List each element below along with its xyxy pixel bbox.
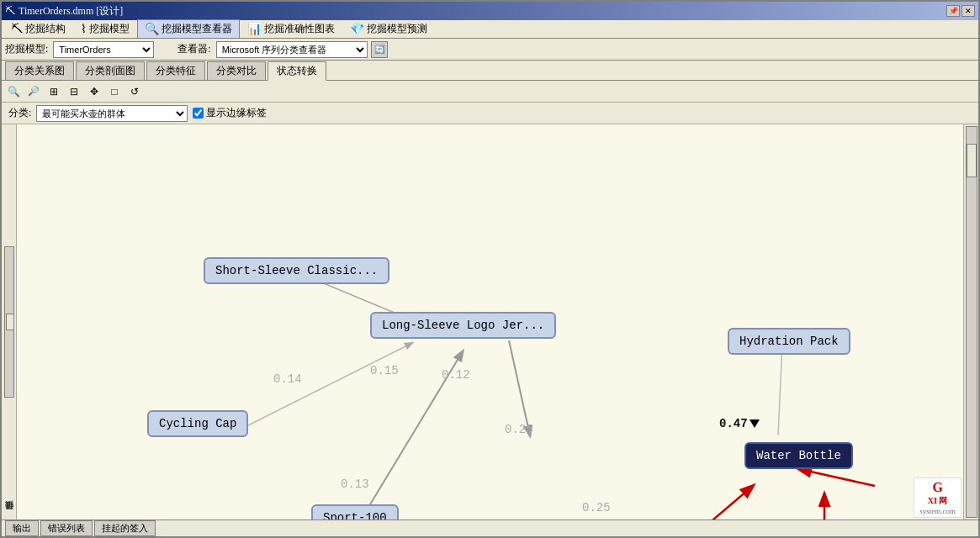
window-title: TimerOrders.dmm [设计] bbox=[19, 4, 123, 18]
tab-pending-ops[interactable]: 挂起的签入 bbox=[94, 520, 156, 536]
filter-bar: 分类: 最可能买水壶的群体 显示边缘标签 bbox=[2, 103, 978, 124]
mine-predict-icon: 💎 bbox=[350, 22, 364, 36]
watermark-g-icon: G bbox=[932, 480, 942, 495]
title-bar: ⛏ TimerOrders.dmm [设计] 📌 ✕ bbox=[2, 2, 978, 20]
svg-line-7 bbox=[778, 343, 782, 435]
title-bar-text: ⛏ TimerOrders.dmm [设计] bbox=[5, 4, 123, 18]
node-cycling-cap[interactable]: Cycling Cap bbox=[147, 410, 248, 437]
viewer-label: 查看器: bbox=[177, 42, 210, 56]
menu-bar: ⛏ 挖掘结构 ⌇ 挖掘模型 🔍 挖掘模型查看器 📊 挖掘准确性图表 💎 挖掘模型… bbox=[2, 20, 978, 39]
refresh-button[interactable]: 🔄 bbox=[371, 41, 388, 58]
pin-button[interactable]: 📌 bbox=[946, 5, 960, 17]
node-hydration-pack[interactable]: Hydration Pack bbox=[728, 328, 850, 355]
node-sport-100[interactable]: Sport-100 bbox=[311, 504, 399, 520]
svg-line-1 bbox=[509, 340, 530, 435]
bottom-tabs: 输出 错误列表 挂起的签入 bbox=[2, 520, 978, 536]
watermark-domain: system.com bbox=[919, 507, 956, 515]
strength-slider-track bbox=[4, 246, 14, 398]
left-panel: 所有链接 最强链接 bbox=[2, 124, 17, 520]
menu-mine-model-viewer[interactable]: 🔍 挖掘模型查看器 bbox=[137, 19, 240, 39]
triangle-down-icon bbox=[750, 419, 760, 428]
edge-label-0.12: 0.12 bbox=[442, 368, 470, 382]
tab-state-transition[interactable]: 状态转换 bbox=[268, 61, 326, 81]
mine-model-viewer-icon: 🔍 bbox=[145, 22, 159, 36]
menu-mine-predict[interactable]: 💎 挖掘模型预测 bbox=[342, 19, 435, 39]
scroll-thumb[interactable] bbox=[967, 144, 977, 177]
menu-mine-accuracy-label: 挖掘准确性图表 bbox=[264, 22, 335, 36]
node-water-bottle[interactable]: Water Bottle bbox=[744, 442, 853, 469]
tab-cluster-compare[interactable]: 分类对比 bbox=[207, 61, 266, 80]
model-select[interactable]: TimerOrders bbox=[53, 41, 154, 58]
svg-line-6 bbox=[799, 469, 875, 486]
main-window: ⛏ TimerOrders.dmm [设计] 📌 ✕ ⛏ 挖掘结构 ⌇ 挖掘模型… bbox=[0, 0, 980, 538]
menu-mine-predict-label: 挖掘模型预测 bbox=[367, 22, 427, 36]
edge-label-0.25a: 0.25 bbox=[505, 423, 533, 436]
mine-accuracy-icon: 📊 bbox=[247, 22, 262, 36]
canvas-area: 0.14 0.15 0.12 0.25 0.13 0.25 Short-Slee… bbox=[17, 124, 963, 520]
menu-mine-accuracy[interactable]: 📊 挖掘准确性图表 bbox=[240, 19, 342, 39]
nav-tabs: 分类关系图 分类剖面图 分类特征 分类对比 状态转换 bbox=[2, 61, 978, 81]
right-panel bbox=[963, 124, 978, 520]
node-short-sleeve[interactable]: Short-Sleeve Classic... bbox=[204, 257, 389, 284]
zoom-in-button[interactable]: 🔍 bbox=[5, 83, 22, 100]
cluster-filter-select[interactable]: 最可能买水壶的群体 bbox=[36, 105, 188, 122]
menu-mine-model-viewer-label: 挖掘模型查看器 bbox=[162, 22, 232, 36]
arrow-label-0.47: 0.47 bbox=[719, 417, 760, 430]
sub-toolbar: 🔍 🔎 ⊞ ⊟ ✥ □ ↺ bbox=[2, 81, 978, 103]
toolbar: 挖掘模型: TimerOrders 查看器: Microsoft 序列分类查看器… bbox=[2, 39, 978, 61]
reset-button[interactable]: ↺ bbox=[126, 83, 143, 100]
tab-cluster-section[interactable]: 分类剖面图 bbox=[76, 61, 145, 80]
tab-cluster-feature[interactable]: 分类特征 bbox=[146, 61, 205, 80]
model-label: 挖掘模型: bbox=[5, 42, 48, 56]
cluster-filter-label: 分类: bbox=[8, 106, 31, 120]
collapse-button[interactable]: ⊟ bbox=[66, 83, 82, 100]
edge-label-0.13: 0.13 bbox=[341, 477, 369, 491]
title-bar-buttons: 📌 ✕ bbox=[946, 5, 975, 17]
show-edge-checkbox[interactable] bbox=[193, 108, 204, 119]
strength-slider-thumb[interactable] bbox=[6, 314, 14, 330]
viewer-select[interactable]: Microsoft 序列分类查看器 bbox=[216, 41, 368, 58]
select-button[interactable]: □ bbox=[106, 83, 123, 100]
mine-structure-icon: ⛏ bbox=[11, 23, 23, 36]
svg-line-5 bbox=[622, 486, 753, 520]
tab-error-list[interactable]: 错误列表 bbox=[40, 520, 93, 536]
main-area: 所有链接 最强链接 bbox=[2, 124, 978, 520]
show-edge-label-checkbox[interactable]: 显示边缘标签 bbox=[193, 106, 267, 120]
menu-mine-structure-label: 挖掘结构 bbox=[25, 22, 66, 36]
node-long-sleeve[interactable]: Long-Sleeve Logo Jer... bbox=[370, 312, 556, 339]
edge-label-0.15: 0.15 bbox=[370, 364, 399, 377]
edge-label-0.25b: 0.25 bbox=[582, 501, 611, 514]
close-button[interactable]: ✕ bbox=[961, 5, 975, 17]
scroll-track bbox=[966, 126, 977, 518]
mine-model-icon: ⌇ bbox=[81, 22, 87, 36]
move-button[interactable]: ✥ bbox=[86, 83, 103, 100]
watermark: G XI 网 system.com bbox=[914, 477, 961, 518]
edge-label-0.14: 0.14 bbox=[273, 372, 302, 386]
menu-mine-model-label: 挖掘模型 bbox=[89, 22, 130, 36]
watermark-xi: XI 网 bbox=[928, 495, 948, 507]
menu-mine-model[interactable]: ⌇ 挖掘模型 bbox=[73, 19, 137, 39]
zoom-out-button[interactable]: 🔎 bbox=[25, 83, 42, 100]
show-edge-label-text: 显示边缘标签 bbox=[206, 106, 267, 120]
tab-cluster-relation[interactable]: 分类关系图 bbox=[5, 61, 74, 80]
expand-button[interactable]: ⊞ bbox=[45, 83, 62, 100]
window-icon: ⛏ bbox=[5, 5, 15, 18]
tab-output[interactable]: 输出 bbox=[5, 520, 39, 536]
menu-mine-structure[interactable]: ⛏ 挖掘结构 bbox=[3, 19, 73, 39]
